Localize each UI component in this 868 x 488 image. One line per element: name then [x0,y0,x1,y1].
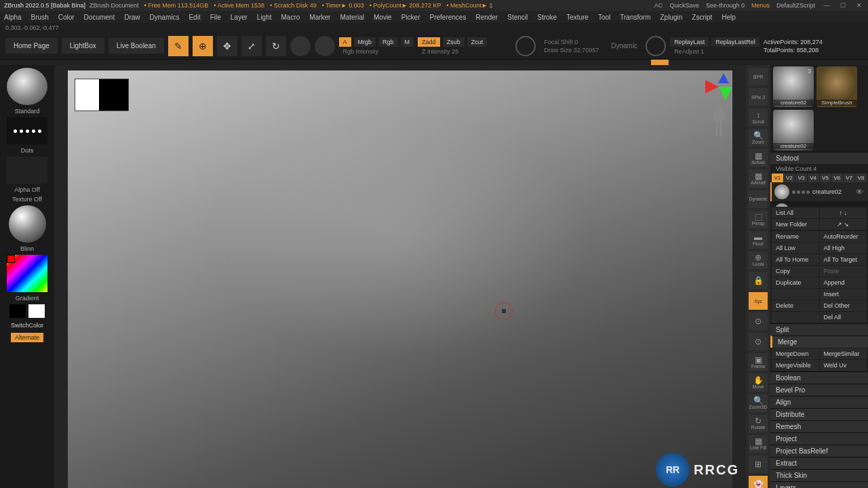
gizmo-button[interactable] [290,36,311,56]
insert-button[interactable]: Insert [820,289,867,300]
menu-render[interactable]: Render [475,14,498,21]
dynamic-button[interactable]: Dynamic [749,190,768,208]
a-toggle[interactable]: A [339,37,351,47]
edit-mode-button[interactable]: ✎ [168,36,189,56]
spix-button[interactable]: SPix 3 [749,88,768,106]
view-v5[interactable]: V5 [820,174,831,182]
view-v4[interactable]: V4 [808,174,819,182]
mergesimilar-button[interactable]: MergeSimilar [820,348,867,359]
menu-zscript[interactable]: Zscript [692,14,712,21]
newfolder-button[interactable]: New Folder [772,219,819,230]
reference-thumb[interactable] [75,79,129,111]
close-icon[interactable]: ✕ [854,1,864,10]
menus-toggle[interactable]: Menus [751,2,770,9]
quicksave-button[interactable]: QuickSave [669,2,699,9]
view-v6[interactable]: V6 [831,174,843,182]
dynamic-gauge-icon[interactable] [646,36,666,56]
focal-gauge-icon[interactable] [515,36,536,56]
thick-skin-section[interactable]: Thick Skin [770,469,868,481]
focal-shift[interactable]: Focal Shift 0 [540,39,603,45]
all-to-home-button[interactable]: All To Home [772,254,819,265]
del-other-button[interactable]: Del Other [820,300,867,311]
menu-color[interactable]: Color [58,14,75,21]
mrgb-button[interactable]: Mrgb [354,37,376,47]
rotate-cam-button[interactable]: ↻Rotate [749,415,768,432]
frame-button[interactable]: ▣Frame [749,353,768,371]
menu-marker[interactable]: Marker [309,14,330,21]
bevel-pro-section[interactable]: Bevel Pro [770,384,868,396]
menu-preferences[interactable]: Preferences [429,14,466,21]
append-button[interactable]: Append [820,277,867,288]
all-high-button[interactable]: All High [820,243,867,253]
rgb-button[interactable]: Rgb [378,37,398,47]
alternate-button[interactable]: Alternate [11,333,43,342]
zoom3d-button[interactable]: 🔍Zoom3D [749,394,768,412]
menu-alpha[interactable]: Alpha [4,14,22,21]
all-to-target-button[interactable]: All To Target [820,254,867,265]
listall-button[interactable]: List All [772,207,819,218]
zadd-button[interactable]: Zadd [418,37,440,47]
menu-material[interactable]: Material [340,14,364,21]
menu-transform[interactable]: Transform [620,14,650,21]
split-header[interactable]: Split [770,323,868,336]
menu-zplugin[interactable]: Zplugin [660,14,683,21]
menu-layer[interactable]: Layer [231,14,248,21]
menu-light[interactable]: Light [257,14,272,21]
linefill-button[interactable]: ▦Line Fill [749,435,768,453]
floor-button[interactable]: ▬Floor [749,231,768,249]
menu-help[interactable]: Help [722,14,736,21]
actual-button[interactable]: ▦Actual [749,149,768,167]
viewport[interactable]: RR RRCG [54,65,746,488]
dynamic-label[interactable]: Dynamic [607,42,642,49]
duplicate-button[interactable]: Duplicate [772,277,819,288]
subtool-dots-icon[interactable] [792,190,810,194]
polyframe-button[interactable]: ⊞ [749,455,768,473]
menu-document[interactable]: Document [84,14,115,21]
view-v3[interactable]: V3 [795,174,807,182]
persp-button[interactable]: ⬚Persp [749,211,768,228]
tool-thumb-1[interactable]: 3 creature02 [773,66,814,107]
xyz-button[interactable]: Xyz [749,292,768,310]
menu-file[interactable]: File [210,14,221,21]
zsub-button[interactable]: Zsub [443,37,465,47]
zoom-button[interactable]: 🔍Zoom [749,129,768,146]
merge-header[interactable]: Merge [770,336,868,348]
view-v8[interactable]: V8 [855,174,867,182]
sym-button[interactable]: ⊙ [749,333,768,350]
menu-edit[interactable]: Edit [189,14,200,21]
mergevisible-button[interactable]: MergeVisible [772,360,819,371]
draw-mode-button[interactable]: ⊕ [193,36,213,56]
menu-movie[interactable]: Movie [374,14,392,21]
subtool-header[interactable]: Subtool [770,152,868,164]
rotate-mode-button[interactable]: ↻ [266,36,286,56]
default-zscript[interactable]: DefaultZScript [776,2,815,9]
remesh-section[interactable]: Remesh [770,420,868,432]
z-intensity-label[interactable]: Z Intensity 25 [418,48,487,55]
subtool-item[interactable]: creature02👁 [770,182,868,201]
lock-button[interactable]: 🔒 [749,272,768,289]
del-all-button[interactable]: Del All [820,312,867,323]
weld-uv-button[interactable]: Weld Uv [820,360,867,371]
menu-stencil[interactable]: Stencil [507,14,528,21]
menu-macro[interactable]: Macro [281,14,300,21]
nav-axes-icon[interactable] [705,73,732,100]
paste-button[interactable]: Paste [820,266,867,277]
newfolder-arrows[interactable]: ↗ ↘ [820,219,867,230]
move-cam-button[interactable]: ✋Move [749,373,768,391]
center-button[interactable]: ⊙ [749,312,768,330]
tool-thumb-2[interactable]: SimpleBrush [816,66,857,107]
home-page-button[interactable]: Home Page [5,38,58,54]
menu-texture[interactable]: Texture [566,14,589,21]
minimize-icon[interactable]: — [822,1,831,10]
delete-button[interactable]: Delete [772,300,819,311]
menu-picker[interactable]: Picker [401,14,420,21]
layers-section[interactable]: Layers [770,481,868,488]
bpr-button[interactable]: BPR [749,68,768,85]
rename-button[interactable]: Rename [772,231,819,242]
view-v1[interactable]: V1 [772,174,783,182]
project-section[interactable]: Project [770,432,868,445]
lightbox-button[interactable]: LightBox [62,38,104,54]
menu-brush[interactable]: Brush [31,14,49,21]
view-v2[interactable]: V2 [784,174,795,182]
gradient-label[interactable]: Gradient [16,295,39,302]
